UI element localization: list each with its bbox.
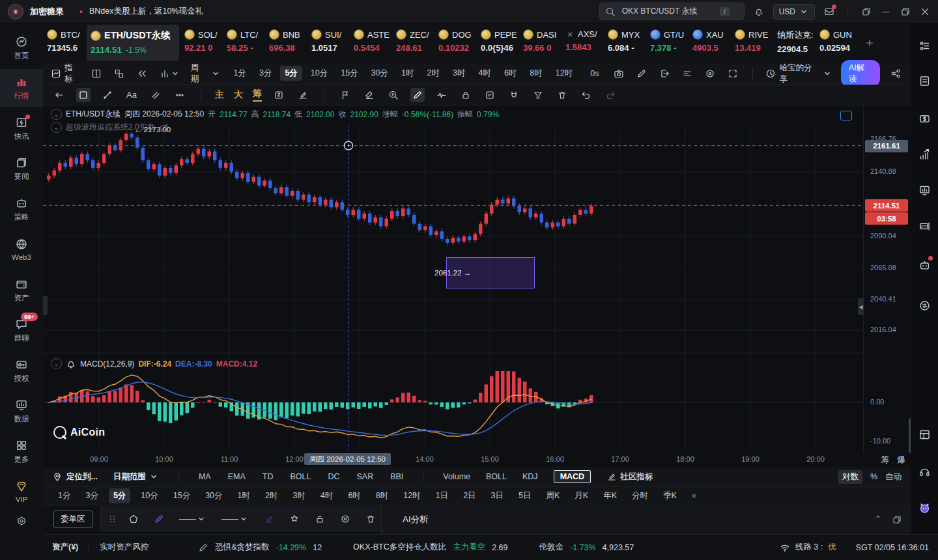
tab-BOLL[interactable]: BOLL: [486, 472, 507, 481]
scale-%[interactable]: %: [870, 472, 877, 481]
draw-pencil-icon[interactable]: [634, 66, 649, 81]
waveform-icon[interactable]: [434, 88, 449, 102]
ticker-tab-SOL/[interactable]: SOL/92.21 0: [180, 23, 223, 63]
rightbar-dollar-button[interactable]: [911, 105, 938, 132]
close-window-button[interactable]: [920, 7, 930, 17]
london-gold-label[interactable]: 伦敦金: [539, 542, 564, 553]
bperiod-6时[interactable]: 6时: [343, 488, 365, 503]
trendline-tool-icon[interactable]: [100, 88, 115, 102]
minimize-button[interactable]: [881, 7, 891, 17]
popout-panel-icon[interactable]: [892, 514, 902, 525]
risk-monitor-link[interactable]: 实时资产风控: [100, 542, 149, 553]
period-4时[interactable]: 4时: [474, 66, 495, 81]
currency-dropdown[interactable]: USD: [773, 4, 815, 20]
magnet-icon[interactable]: [507, 88, 521, 102]
period-3分[interactable]: 3分: [255, 66, 276, 81]
date-range-dropdown[interactable]: 日期范围: [113, 471, 159, 483]
chart-settings-list-icon[interactable]: [680, 66, 694, 81]
sidebar-item-行情[interactable]: 行情: [0, 69, 43, 107]
tab-TD[interactable]: TD: [263, 472, 274, 481]
ticker-tab-ASTE[interactable]: ASTE0.5454: [350, 23, 392, 63]
period-5分[interactable]: 5分: [280, 66, 302, 81]
notifications-bell-icon[interactable]: [754, 7, 764, 17]
note-icon[interactable]: [483, 88, 497, 102]
bperiod-30分[interactable]: 30分: [201, 488, 227, 503]
ticker-tab-SUI/[interactable]: SUI/1.0517: [307, 23, 350, 63]
bperiod-4时[interactable]: 4时: [316, 488, 337, 503]
bperiod-1分[interactable]: 1分: [53, 488, 75, 503]
bperiod-3日[interactable]: 3日: [487, 488, 508, 503]
collapse-caret-icon[interactable]: ⌄: [51, 109, 62, 120]
asset-button[interactable]: 资产(¥): [52, 542, 78, 553]
sidebar-item-快讯[interactable]: 快讯: [0, 109, 43, 147]
add-ticker-button[interactable]: [858, 23, 881, 63]
popout-window-icon[interactable]: [861, 7, 872, 17]
button-爆[interactable]: 爆: [898, 455, 906, 466]
left-collapse-handle[interactable]: [43, 296, 48, 315]
tab-BOLL[interactable]: BOLL: [290, 472, 311, 481]
scale-自动[interactable]: 自动: [885, 471, 902, 483]
eraser-icon[interactable]: [362, 88, 377, 102]
ticker-tab-LTC/[interactable]: LTC/58.25 -: [223, 23, 265, 63]
pop-chart-icon[interactable]: [657, 66, 672, 81]
tab-KDJ[interactable]: KDJ: [522, 472, 538, 481]
period-6时[interactable]: 6时: [500, 66, 521, 81]
bperiod-2时[interactable]: 2时: [261, 488, 282, 503]
dim-brush-icon[interactable]: [262, 512, 276, 526]
countdown-0s[interactable]: 0s: [586, 67, 603, 80]
ticker-tab-BTC/[interactable]: BTC/71345.6: [43, 23, 85, 63]
period-3时[interactable]: 3时: [448, 66, 470, 81]
indicator-menu[interactable]: 指标: [51, 63, 81, 85]
unlock-icon[interactable]: [313, 512, 327, 526]
settings-gear-button[interactable]: [0, 505, 43, 537]
screenshot-camera-icon[interactable]: [612, 66, 626, 81]
bperiod-3时[interactable]: 3时: [288, 488, 309, 503]
bperiod-分时[interactable]: 分时: [627, 488, 653, 503]
period-15分[interactable]: 15分: [336, 66, 362, 81]
rightbar-etf-button[interactable]: ETF: [911, 213, 938, 239]
ticker-tab-DOG[interactable]: DOG0.10232: [434, 23, 477, 63]
scale-对数[interactable]: 对数: [838, 470, 862, 484]
big-chart-gold-button[interactable]: 大: [234, 89, 243, 101]
bperiod-5日[interactable]: 5日: [514, 488, 535, 503]
sidebar-item-群聊[interactable]: 99+群聊: [0, 311, 43, 349]
sidebar-item-Web3[interactable]: Web3: [0, 231, 43, 268]
redo-icon[interactable]: [603, 88, 618, 102]
more-tools-icon[interactable]: [173, 88, 187, 102]
tab-EMA[interactable]: EMA: [228, 472, 246, 481]
bookmark-flag-icon[interactable]: [338, 88, 352, 102]
bperiod-3分[interactable]: 3分: [81, 488, 102, 503]
chart-area[interactable]: ⌄ ETH/USDT永续 周四 2026-02-05 12:50 开2114.7…: [43, 105, 911, 453]
share-layout-dropdown[interactable]: 哈宝的分享: [765, 63, 832, 85]
app-logo-avatar[interactable]: ❀: [8, 4, 23, 20]
fear-greed-label[interactable]: 恐惧&贪婪指数: [215, 542, 269, 553]
rightbar-headset-button[interactable]: [911, 458, 938, 484]
ai-analysis-panel[interactable]: AI分析 ⌃: [381, 505, 911, 534]
bperiod-月K[interactable]: 月K: [570, 488, 593, 503]
bperiod-1日[interactable]: 1日: [431, 488, 453, 503]
rightbar-cat-button[interactable]: [911, 495, 938, 521]
shape-icon[interactable]: [287, 512, 302, 526]
rightbar-docnews-button[interactable]: [911, 68, 938, 94]
period-30分[interactable]: 30分: [367, 66, 393, 81]
ticker-tab-AXS/[interactable]: ✕AXS/1.5843: [561, 23, 604, 63]
locate-target-icon[interactable]: [703, 66, 717, 81]
collapse-caret-icon[interactable]: ⌄: [51, 358, 62, 369]
tab-BBI[interactable]: BBI: [390, 472, 403, 481]
tab-DC[interactable]: DC: [328, 472, 339, 481]
fullscreen-icon[interactable]: [726, 66, 740, 81]
lock-icon[interactable]: [459, 88, 473, 102]
line-style-select[interactable]: [177, 512, 208, 526]
line-style-select-2[interactable]: [220, 512, 251, 526]
sidebar-item-资产[interactable]: 资产: [0, 271, 43, 309]
rightbar-gridlist-button[interactable]: [911, 33, 938, 59]
split-pane-icon[interactable]: [89, 66, 104, 81]
ticker-tab-GUN[interactable]: GUN0.02594: [816, 23, 858, 63]
ticker-tab-DASI[interactable]: DASI39.66 0: [519, 23, 561, 63]
drag-handle[interactable]: [110, 516, 115, 522]
ticker-tab-MYX[interactable]: MYX6.084 -: [604, 23, 646, 63]
rightbar-layout-button[interactable]: [911, 421, 938, 447]
polygon-tool-icon[interactable]: [126, 512, 141, 526]
line-pencil-icon[interactable]: [296, 88, 310, 102]
locate-button[interactable]: 定位到...: [52, 471, 98, 483]
